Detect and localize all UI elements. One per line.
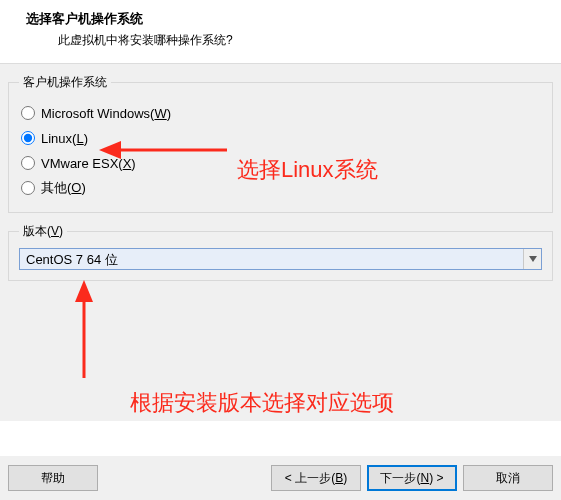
help-button[interactable]: 帮助 [8, 465, 98, 491]
radio-linux[interactable] [21, 131, 35, 145]
radio-vmware-esx[interactable] [21, 156, 35, 170]
version-legend: 版本(V) [19, 223, 67, 240]
guest-os-group: 客户机操作系统 Microsoft Windows(W) Linux(L) VM… [8, 74, 553, 213]
radio-windows-label: Microsoft Windows(W) [41, 106, 171, 121]
combobox-dropdown-button[interactable] [523, 249, 541, 269]
wizard-subtitle: 此虚拟机中将安装哪种操作系统? [58, 32, 555, 49]
version-combobox[interactable]: CentOS 7 64 位 [19, 248, 542, 270]
radio-vmware-esx-label: VMware ESX(X) [41, 156, 136, 171]
radio-row-vmware-esx[interactable]: VMware ESX(X) [19, 152, 542, 174]
version-selected-value: CentOS 7 64 位 [20, 249, 523, 269]
radio-windows[interactable] [21, 106, 35, 120]
next-button[interactable]: 下一步(N) > [367, 465, 457, 491]
version-group: 版本(V) CentOS 7 64 位 [8, 223, 553, 281]
wizard-footer: 帮助 < 上一步(B) 下一步(N) > 取消 [0, 456, 561, 500]
wizard-content: 客户机操作系统 Microsoft Windows(W) Linux(L) VM… [0, 64, 561, 421]
cancel-button[interactable]: 取消 [463, 465, 553, 491]
radio-row-windows[interactable]: Microsoft Windows(W) [19, 102, 542, 124]
radio-row-linux[interactable]: Linux(L) [19, 127, 542, 149]
radio-row-other[interactable]: 其他(O) [19, 177, 542, 199]
wizard-header: 选择客户机操作系统 此虚拟机中将安装哪种操作系统? [0, 0, 561, 64]
radio-other-label: 其他(O) [41, 179, 86, 197]
radio-linux-label: Linux(L) [41, 131, 88, 146]
guest-os-legend: 客户机操作系统 [19, 74, 111, 91]
chevron-down-icon [529, 256, 537, 262]
wizard-title: 选择客户机操作系统 [26, 10, 555, 28]
radio-other[interactable] [21, 181, 35, 195]
back-button[interactable]: < 上一步(B) [271, 465, 361, 491]
